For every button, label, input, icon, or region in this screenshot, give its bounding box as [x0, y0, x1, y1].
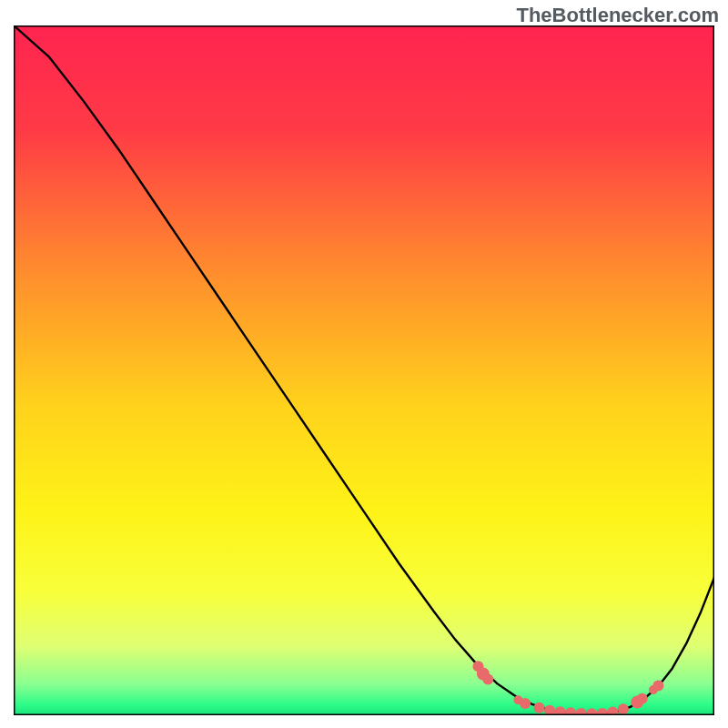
marker-dot — [652, 680, 663, 691]
chart-container: TheBottlenecker.com — [0, 0, 728, 728]
marker-dot — [637, 693, 648, 704]
marker-dot — [534, 703, 545, 713]
marker-dot — [520, 698, 531, 709]
gradient-background — [14, 25, 714, 715]
chart-svg — [14, 25, 714, 715]
marker-dot — [482, 674, 493, 685]
watermark-text: TheBottlenecker.com — [516, 4, 719, 27]
chart-plot — [14, 25, 714, 715]
marker-dot — [618, 703, 629, 714]
